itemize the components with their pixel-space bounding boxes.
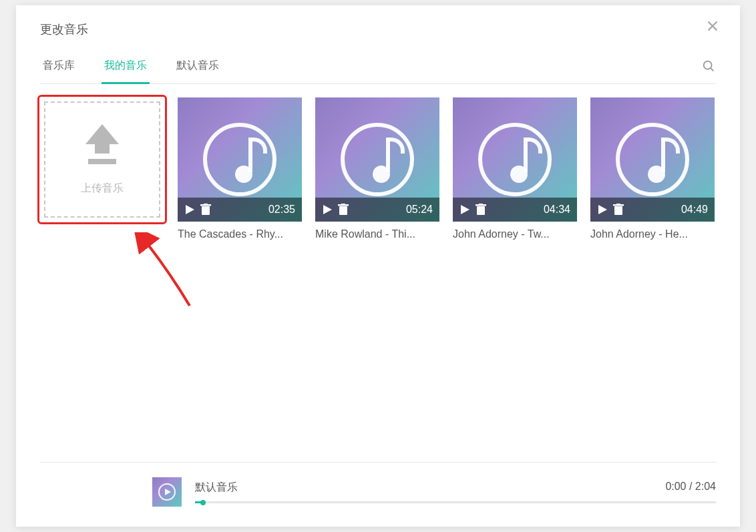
thumbnail-toolbar: 04:34	[453, 198, 577, 222]
upload-dropzone[interactable]: 上传音乐	[44, 101, 160, 218]
music-thumbnail[interactable]: 05:24	[315, 97, 439, 222]
play-button[interactable]	[184, 204, 195, 215]
delete-button[interactable]	[338, 204, 349, 216]
music-note-icon	[203, 123, 276, 196]
svg-line-3	[711, 67, 713, 70]
play-icon	[184, 204, 195, 215]
track-title: John Adorney - He...	[590, 228, 715, 240]
music-thumbnail[interactable]: 04:49	[590, 97, 715, 222]
trash-icon	[200, 204, 211, 216]
thumbnail-toolbar: 02:35	[178, 198, 302, 222]
svg-marker-6	[186, 205, 194, 214]
track-title: John Adorney - Tw...	[453, 228, 577, 240]
svg-rect-13	[341, 204, 345, 205]
delete-button[interactable]	[476, 204, 486, 216]
trash-icon	[338, 204, 349, 216]
trash-icon	[613, 204, 624, 216]
music-thumbnail[interactable]: 04:34	[453, 97, 577, 222]
play-icon	[322, 204, 333, 215]
music-card: 05:24 Mike Rowland - Thi...	[315, 97, 439, 240]
close-button[interactable]	[705, 19, 720, 36]
play-circle-icon	[157, 482, 177, 502]
thumbnail-toolbar: 04:49	[590, 198, 715, 222]
svg-rect-9	[204, 204, 208, 205]
svg-marker-10	[323, 205, 332, 214]
play-button[interactable]	[597, 204, 608, 215]
tab-music-library[interactable]: 音乐库	[40, 51, 77, 84]
tab-bar: 音乐库 我的音乐 默认音乐	[40, 51, 716, 84]
svg-marker-4	[85, 124, 119, 154]
player-bar: 默认音乐 0:00 / 2:04	[40, 462, 716, 507]
play-icon	[597, 204, 608, 215]
play-button[interactable]	[459, 204, 470, 215]
music-grid: 上传音乐 02:35 The Cascades - Rhy...	[16, 84, 740, 254]
upload-label: 上传音乐	[81, 182, 124, 196]
svg-rect-11	[339, 206, 347, 215]
play-icon	[459, 204, 470, 215]
thumbnail-toolbar: 05:24	[315, 198, 439, 222]
now-playing-title: 默认音乐	[195, 481, 238, 495]
tab-default-music[interactable]: 默认音乐	[174, 51, 222, 84]
delete-button[interactable]	[200, 204, 211, 216]
progress-handle[interactable]	[200, 500, 206, 505]
svg-marker-18	[598, 205, 607, 214]
track-title: The Cascades - Rhy...	[178, 228, 302, 240]
music-note-icon	[616, 123, 689, 196]
svg-rect-15	[477, 206, 485, 215]
track-duration: 05:24	[406, 204, 433, 216]
track-title: Mike Rowland - Thi...	[315, 228, 439, 240]
dialog-title: 更改音乐	[40, 21, 716, 37]
track-duration: 04:34	[544, 204, 570, 216]
player-body: 默认音乐 0:00 / 2:04	[195, 481, 716, 503]
progress-bar[interactable]	[195, 501, 716, 503]
music-thumbnail[interactable]: 02:35	[178, 97, 302, 222]
music-note-icon	[341, 123, 414, 196]
svg-point-2	[704, 61, 712, 69]
svg-rect-21	[616, 204, 620, 205]
music-card: 04:49 John Adorney - He...	[590, 97, 715, 240]
svg-rect-19	[614, 206, 622, 215]
dialog-header: 更改音乐 音乐库 我的音乐 默认音乐	[16, 5, 740, 84]
player-time: 0:00 / 2:04	[665, 481, 716, 495]
svg-rect-7	[202, 206, 210, 215]
track-duration: 02:35	[268, 204, 295, 216]
change-music-dialog: 更改音乐 音乐库 我的音乐 默认音乐 上传音乐	[16, 5, 740, 527]
music-note-icon	[478, 123, 552, 196]
upload-icon	[79, 124, 126, 167]
svg-marker-14	[461, 205, 469, 214]
tab-my-music[interactable]: 我的音乐	[102, 51, 150, 84]
delete-button[interactable]	[613, 204, 624, 216]
search-icon	[701, 59, 716, 73]
music-card: 02:35 The Cascades - Rhy...	[178, 97, 302, 240]
track-duration: 04:49	[681, 204, 708, 216]
player-play-button[interactable]	[152, 477, 182, 507]
music-card: 04:34 John Adorney - Tw...	[453, 97, 577, 240]
upload-music-tile[interactable]: 上传音乐	[40, 97, 164, 222]
trash-icon	[476, 204, 486, 216]
search-button[interactable]	[701, 53, 716, 81]
close-icon	[705, 19, 720, 33]
svg-marker-24	[165, 489, 171, 495]
svg-rect-17	[479, 204, 483, 205]
play-button[interactable]	[322, 204, 333, 215]
svg-rect-5	[88, 159, 116, 164]
